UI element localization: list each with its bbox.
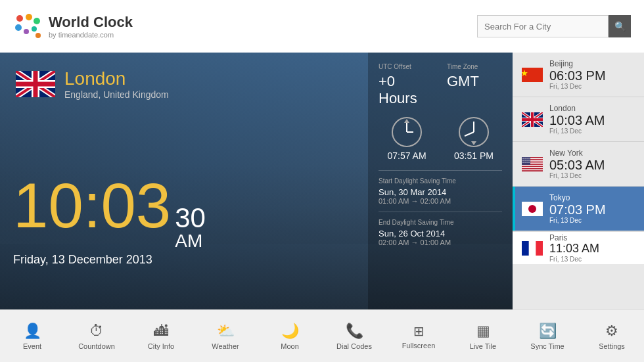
sync-time-icon: 🔄	[539, 323, 557, 340]
active-accent-bar	[513, 187, 515, 231]
svg-rect-50	[536, 241, 543, 256]
city-flag-area: London England, United Kingdom	[16, 68, 169, 100]
utc-offset-value: +0 Hours	[379, 73, 434, 107]
timezone-item: Time Zone GMT	[447, 63, 502, 107]
moon-icon: 🌙	[281, 323, 299, 340]
sidebar-item-paris[interactable]: Paris 11:03 AM Fri, 13 Dec	[513, 231, 644, 264]
sidebar-item-beijing[interactable]: Beijing 06:03 PM Fri, 13 Dec	[513, 53, 644, 97]
time-seconds: 30	[175, 204, 206, 232]
tool-countdown[interactable]: ⏱ Countdown	[64, 310, 129, 362]
svg-point-5	[32, 26, 37, 32]
sync-time-label: Sync Time	[530, 342, 564, 350]
tool-settings[interactable]: ⚙ Settings	[580, 310, 644, 362]
svg-point-43	[524, 162, 526, 163]
svg-point-47	[528, 205, 536, 213]
countdown-icon: ⏱	[89, 323, 104, 340]
beijing-name: Beijing	[549, 59, 635, 68]
beijing-info: Beijing 06:03 PM Fri, 13 Dec	[549, 59, 635, 90]
svg-rect-29	[522, 167, 543, 168]
live-tile-icon: ▦	[476, 323, 490, 340]
city-sidebar: Beijing 06:03 PM Fri, 13 Dec London 10:0…	[513, 53, 644, 309]
search-button[interactable]: 🔍	[609, 15, 631, 37]
timezone-label: Time Zone	[447, 63, 502, 70]
main-content: London England, United Kingdom 10:03 30 …	[0, 53, 644, 309]
dst-end-label: End Daylight Saving Time	[379, 219, 502, 226]
weather-icon: ⛅	[217, 323, 235, 340]
city-info-icon: 🏙	[154, 323, 168, 340]
tokyo-time: 07:03 PM	[549, 202, 635, 217]
clock-1-time: 07:57 AM	[379, 150, 435, 161]
weather-label: Weather	[212, 342, 239, 350]
sidebar-item-london[interactable]: London 10:03 AM Fri, 13 Dec	[513, 97, 644, 142]
uk-flag-icon	[16, 71, 55, 97]
dst-end-change: 02:00 AM → 01:00 AM	[379, 238, 502, 246]
logo-title: World Clock by timeanddate.com	[49, 14, 133, 39]
japan-flag-icon	[522, 202, 543, 216]
svg-point-42	[522, 162, 524, 163]
paris-name: Paris	[549, 233, 635, 242]
logo-area: World Clock by timeanddate.com	[13, 12, 133, 41]
sidebar-item-tokyo[interactable]: Tokyo 07:03 PM Fri, 13 Dec	[513, 187, 644, 231]
dst-start-change: 01:00 AM → 02:00 AM	[379, 197, 502, 205]
paris-date: Fri, 13 Dec	[549, 256, 635, 263]
newyork-time: 05:03 AM	[549, 158, 635, 172]
search-input[interactable]	[477, 15, 609, 37]
moon-label: Moon	[281, 342, 299, 350]
svg-point-39	[524, 160, 526, 161]
info-panel: UTC Offset +0 Hours Time Zone GMT	[368, 53, 513, 309]
dst-start-label: Start Daylight Saving Time	[379, 177, 502, 185]
beijing-time: 06:03 PM	[549, 68, 635, 83]
fullscreen-label: Fullscreen	[402, 342, 436, 350]
svg-point-38	[522, 160, 524, 161]
tool-fullscreen[interactable]: ⊞ Fullscreen	[386, 310, 451, 362]
newyork-info: New York 05:03 AM Fri, 13 Dec	[549, 148, 635, 179]
uk-flag-sm-icon	[522, 112, 543, 127]
tool-weather[interactable]: ⛅ Weather	[193, 310, 258, 362]
us-flag-icon	[522, 157, 543, 171]
svg-point-4	[24, 29, 29, 34]
settings-icon: ⚙	[605, 323, 618, 340]
tokyo-name: Tokyo	[549, 193, 635, 202]
clock-down-icon	[458, 116, 490, 148]
svg-rect-31	[522, 169, 543, 170]
china-flag-icon	[522, 68, 543, 82]
city-region: England, United Kingdom	[64, 89, 169, 100]
tokyo-info: Tokyo 07:03 PM Fri, 13 Dec	[549, 193, 635, 224]
svg-point-37	[528, 158, 530, 159]
timezone-value: GMT	[447, 73, 502, 90]
tool-dial-codes[interactable]: 📞 Dial Codes	[322, 310, 386, 362]
utc-offset-label: UTC Offset	[379, 63, 434, 70]
tool-city-info[interactable]: 🏙 City Info	[129, 310, 193, 362]
newyork-name: New York	[549, 148, 635, 158]
svg-marker-15	[471, 141, 476, 145]
time-hours: 10:03	[13, 174, 171, 237]
utc-offset-item: UTC Offset +0 Hours	[379, 63, 434, 107]
clock-up-icon	[391, 116, 423, 148]
app-header: World Clock by timeanddate.com 🔍	[0, 0, 644, 53]
svg-marker-11	[404, 119, 409, 123]
tool-event[interactable]: 👤 Event	[0, 310, 64, 362]
hero-section: London England, United Kingdom 10:03 30 …	[0, 53, 513, 309]
svg-rect-49	[522, 241, 529, 256]
newyork-date: Fri, 13 Dec	[549, 172, 635, 179]
city-name-area: London England, United Kingdom	[64, 68, 169, 100]
current-date: Friday, 13 December 2013	[13, 253, 152, 267]
svg-rect-27	[522, 164, 543, 166]
city-info-label: City Info	[148, 342, 174, 350]
beijing-date: Fri, 13 Dec	[549, 83, 635, 90]
tool-moon[interactable]: 🌙 Moon	[258, 310, 322, 362]
svg-rect-30	[522, 168, 543, 170]
live-tile-label: Live Tile	[470, 342, 496, 350]
dst-end-date: Sun, 26 Oct 2014	[379, 229, 502, 238]
dial-codes-icon: 📞	[346, 323, 363, 340]
svg-point-3	[15, 24, 22, 31]
sidebar-item-newyork[interactable]: New York 05:03 AM Fri, 13 Dec	[513, 142, 644, 187]
tool-sync-time[interactable]: 🔄 Sync Time	[515, 310, 580, 362]
tool-live-tile[interactable]: ▦ Live Tile	[451, 310, 515, 362]
svg-point-0	[16, 15, 23, 22]
clock-2: 03:51 PM	[446, 116, 502, 161]
london-time: 10:03 AM	[549, 113, 635, 127]
event-icon: 👤	[24, 323, 41, 340]
countdown-label: Countdown	[78, 342, 115, 350]
svg-point-36	[526, 158, 528, 159]
